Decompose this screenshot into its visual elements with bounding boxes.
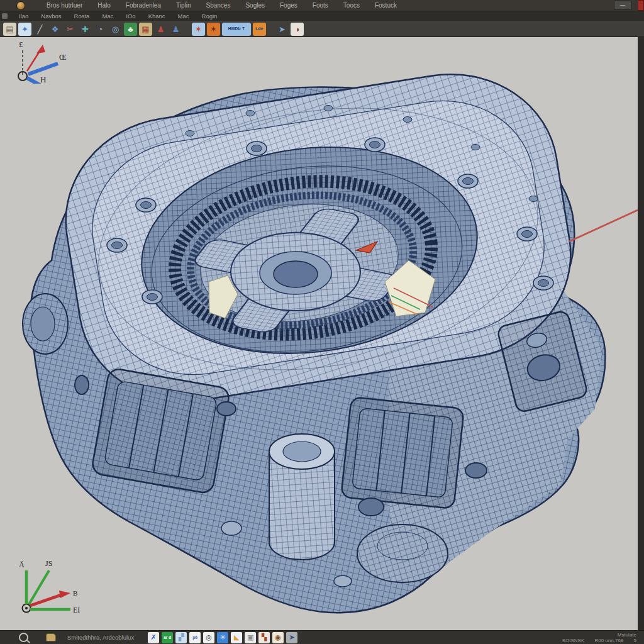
menu-item-5[interactable]: Sogles (238, 2, 272, 9)
viewport-3d[interactable]: £ Œ H Ä JS B EI (0, 37, 638, 630)
taskbar-globe-app[interactable]: ◎ (203, 632, 214, 643)
axis-label-down: H (40, 75, 46, 84)
menu-item-3[interactable]: Tiplin (169, 2, 199, 9)
window-right-border (638, 37, 644, 630)
tool-trim[interactable]: ✂ (64, 23, 77, 36)
axis-label-green-up: Ä (19, 560, 25, 569)
tool-materials[interactable]: ♣ (124, 23, 137, 36)
menu-item-6[interactable]: Foges (272, 2, 305, 9)
tool-render-hot[interactable]: ✶ (207, 23, 220, 36)
model-3d-wireframe[interactable] (0, 37, 638, 630)
menu2-item-0[interactable]: Ilao (13, 13, 35, 19)
menu-item-4[interactable]: Sbances (199, 2, 238, 9)
toolbar: ▤✦╱❖✂✚◔◎♣▦♟♟✶✶HMDb Ti.de➤◑ (0, 21, 644, 37)
taskbar-bird-app[interactable]: ➤ (286, 632, 297, 643)
axis-triad-top[interactable]: £ Œ H (4, 38, 73, 84)
taskbar-people-app[interactable]: ◉ (272, 632, 284, 643)
tool-circles[interactable]: ◎ (109, 23, 122, 36)
model-dome[interactable] (357, 525, 448, 582)
axis-label-green-diag: JS (45, 559, 52, 568)
tool-part-red[interactable]: ♟ (154, 23, 167, 36)
axis-label-up: £ (19, 40, 23, 49)
taskbar-p6-app[interactable]: p6 (189, 632, 201, 643)
menu2-icon (2, 13, 8, 19)
tool-document[interactable]: ✦ (18, 23, 31, 36)
menu2-item-1[interactable]: Navbos (35, 13, 67, 19)
taskbar: ✗ar d▞p6◎✳◣▣▚◉➤ (148, 632, 300, 643)
taskbar-camera-app[interactable]: ▣ (245, 632, 256, 643)
axis-label-red: B (73, 589, 77, 597)
tool-sketch-points[interactable]: ❖ (48, 23, 62, 36)
status-field-b: R00 unn.768 (594, 638, 623, 643)
taskbar-image-viewer[interactable]: ▞ (175, 632, 187, 643)
main-menu: Bros hutrluerHaloFobradenleaTiplinSbance… (39, 2, 404, 9)
taskbar-green-ard[interactable]: ar d (162, 632, 173, 643)
menu2-item-4[interactable]: IOo (119, 13, 142, 19)
minimize-button[interactable]: — (614, 1, 631, 10)
tool-rotate-tool[interactable]: ◑ (291, 23, 304, 36)
menu2-item-3[interactable]: Mac (96, 13, 119, 19)
axis-label-right: Œ (59, 52, 67, 62)
axis-label-green-right: EI (73, 606, 80, 614)
tool-analysis-panel[interactable]: HMDb T (222, 23, 251, 36)
axis-triad-bottom: Ä JS B EI (8, 559, 83, 622)
tool-measure[interactable]: ➤ (275, 23, 289, 36)
model-pocket-left[interactable] (91, 367, 231, 494)
search-icon[interactable] (19, 633, 28, 642)
tool-orbit[interactable]: ◔ (94, 23, 107, 36)
model-left-boss[interactable] (23, 294, 68, 354)
tool-archive[interactable]: ▤ (3, 23, 16, 36)
menu2-item-6[interactable]: Mac (172, 13, 196, 19)
taskbar-cad-doc[interactable]: ◣ (231, 632, 242, 643)
tool-constraints[interactable]: ✚ (79, 23, 92, 36)
title-bar: Bros hutrluerHaloFobradenleaTiplinSbance… (0, 0, 644, 11)
taskbar-snowflake-app[interactable]: ✳ (217, 632, 228, 643)
taskbar-brick-app[interactable]: ▚ (258, 632, 270, 643)
taskbar-tool-x[interactable]: ✗ (148, 632, 159, 643)
hand-icon[interactable] (46, 633, 56, 641)
secondary-menu: IlaoNavbosRostaMacIOoKhancMacRogin (13, 13, 223, 19)
status-text: Smitedthhra, Ardeoblulux (67, 634, 134, 641)
status-right-line1: Mstulate (553, 632, 636, 638)
status-field-c: 5 (634, 638, 636, 643)
status-field-a: SOISNSK (562, 638, 585, 643)
menu-item-1[interactable]: Halo (90, 2, 118, 9)
model-cylinder[interactable] (269, 434, 335, 560)
menu-item-2[interactable]: Fobradenlea (118, 2, 169, 9)
menu2-item-7[interactable]: Rogin (196, 13, 224, 19)
tool-export-panel[interactable]: i.de (253, 23, 266, 36)
menu-bar-2: IlaoNavbosRostaMacIOoKhancMacRogin (0, 11, 644, 21)
status-bar: Smitedthhra, Ardeoblulux ✗ar d▞p6◎✳◣▣▚◉➤… (0, 630, 644, 644)
app-icon[interactable] (16, 1, 25, 10)
menu2-item-5[interactable]: Khanc (142, 13, 172, 19)
menu-item-8[interactable]: Toocs (336, 2, 367, 9)
annotation-ray (569, 210, 638, 242)
close-button[interactable] (638, 0, 644, 11)
tool-render-preview[interactable]: ✶ (192, 23, 205, 36)
status-right-line2: SOISNSK R00 unn.768 5 (553, 638, 636, 643)
menu-item-9[interactable]: Fostuck (367, 2, 404, 9)
tool-texture[interactable]: ▦ (139, 23, 152, 36)
menu2-item-2[interactable]: Rosta (68, 13, 96, 19)
tool-pencil[interactable]: ╱ (33, 23, 47, 36)
model-pocket-center[interactable] (341, 397, 464, 509)
menu-item-7[interactable]: Foots (305, 2, 336, 9)
status-right-info: Mstulate SOISNSK R00 unn.768 5 (553, 632, 644, 643)
menu-item-0[interactable]: Bros hutrluer (39, 2, 90, 9)
tool-part-blue[interactable]: ♟ (169, 23, 182, 36)
